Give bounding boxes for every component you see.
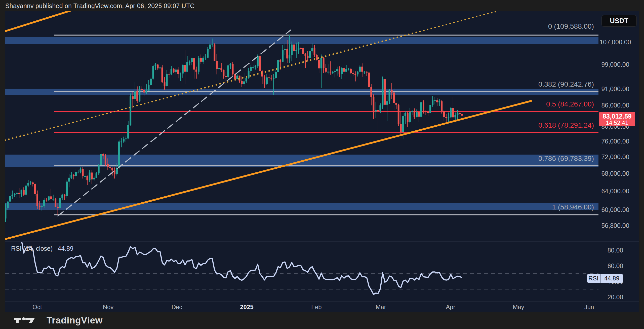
price-axis-label: 60,000.00 (595, 206, 635, 213)
time-axis-label-mar: Mar (376, 303, 386, 311)
rsi-line (10, 235, 462, 295)
rsi-badge-value: 44.89 (600, 274, 623, 283)
rsi-pane[interactable] (5, 235, 598, 295)
price-axis-label: 91,000.00 (595, 85, 635, 93)
price-axis-label: 86,000.00 (595, 101, 635, 109)
quote-currency-badge: USDT (601, 15, 637, 27)
rsi-indicator-legend[interactable]: RSI (14, close)44.89 (11, 245, 73, 252)
attribution-text: Shayannv published on TradingView.com, A… (5, 2, 195, 10)
last-price-badge: 83,012.59 14:52:41 (599, 112, 635, 126)
tradingview-logo-icon (13, 316, 38, 325)
sr-zone (5, 37, 598, 44)
price-axis-label: 68,000.00 (595, 170, 635, 177)
header-bar: Shayannv published on TradingView.com, A… (0, 0, 644, 11)
pane-separator[interactable] (5, 241, 639, 242)
upper-channel-line[interactable] (5, 11, 73, 32)
ascending-support-line[interactable] (5, 101, 531, 239)
fib-label-0618: 0.618 (78,291.24) (538, 121, 594, 129)
fib-label-0786: 0.786 (69,783.39) (538, 155, 594, 163)
time-axis-label-nov: Nov (103, 303, 114, 311)
tradingview-snapshot: { "header": { "attribution": "Shayannv p… (0, 0, 644, 329)
time-axis-label-oct: Oct (32, 303, 42, 311)
tradingview-link[interactable]: TradingView (13, 315, 103, 326)
fib-label-0382: 0.382 (90,242.76) (538, 80, 594, 88)
time-axis-label-dec: Dec (172, 303, 182, 311)
price-axis-label: 72,000.00 (595, 153, 635, 161)
time-axis-label-apr: Apr (446, 303, 455, 311)
rsi-axis-label: 20.00 (595, 293, 635, 301)
tradingview-wordmark: TradingView (47, 315, 103, 326)
fib-label-0: 0 (109,588.00) (548, 22, 594, 30)
chart-container[interactable]: 0 (109,588.00) 0.382 (90,242.76) 0.5 (84… (5, 11, 639, 312)
bar-countdown: 14:52:41 (599, 120, 635, 126)
price-axis-label: 56,800.00 (595, 222, 635, 229)
price-axis-label: 99,000.00 (595, 61, 635, 68)
time-axis-separator (5, 301, 639, 302)
price-axis-label: 107,000.00 (595, 38, 635, 46)
rsi-axis-label: 60.00 (595, 262, 635, 270)
main-pane[interactable] (5, 11, 598, 239)
time-axis-label-feb: Feb (311, 303, 321, 311)
time-axis-label-jun: Jun (584, 303, 594, 311)
fib-label-1: 1 (58,946.00) (552, 203, 594, 211)
price-axis-label: 76,000.00 (595, 137, 635, 145)
rsi-badge-label: RSI (587, 274, 600, 283)
broken-uptrend-line[interactable] (58, 30, 291, 216)
time-axis-label-may: May (513, 303, 524, 311)
rsi-current-value: 44.89 (58, 245, 73, 252)
dotted-channel-line[interactable] (5, 11, 497, 140)
fib-label-05: 0.5 (84,267.00) (546, 100, 594, 108)
last-price-value: 83,012.59 (599, 113, 635, 120)
time-axis-label-2025: 2025 (240, 303, 253, 311)
rsi-axis-label: 80.00 (595, 246, 635, 254)
rsi-title: RSI (14, close) (11, 245, 53, 252)
rsi-axis-badge: RSI 44.89 (587, 274, 623, 283)
footer-bar: TradingView (0, 312, 644, 329)
candles-layer (5, 35, 463, 222)
sr-zone (5, 203, 598, 210)
price-axis-label: 64,000.00 (595, 187, 635, 195)
